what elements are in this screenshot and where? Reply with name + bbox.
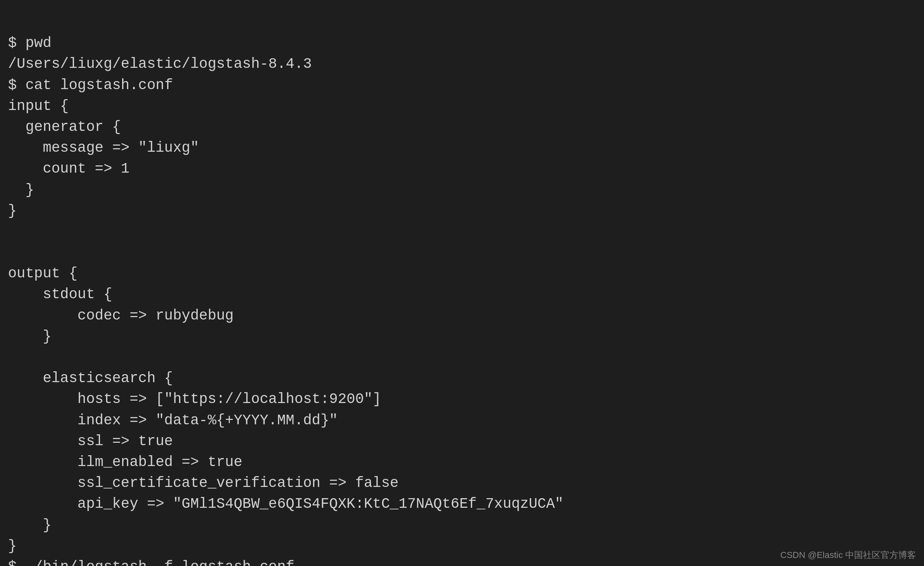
line-api-key: api_key => "GMl1S4QBW_e6QIS4FQXK:KtC_17N… [8,496,564,512]
line-codec: codec => rubydebug [8,307,234,324]
line-9: } [8,203,17,219]
command-pwd: pwd [25,35,51,51]
line-elasticsearch: elasticsearch { [8,370,173,387]
path-output: /Users/liuxg/elastic/logstash-8.4.3 [8,56,312,72]
line-stdout-close: } [8,328,51,345]
line-ssl: ssl => true [8,433,173,450]
terminal-window: $ pwd /Users/liuxg/elastic/logstash-8.4.… [0,0,924,566]
line-8: } [8,182,34,198]
line-5: generator { [8,119,121,135]
line-run-prompt: $ ./bin/logstash -f logstash.conf [8,559,294,566]
line-index: index => "data-%{+YYYY.MM.dd}" [8,412,338,429]
line-7: count => 1 [8,161,129,177]
line-ssl-cert: ssl_certificate_verification => false [8,475,399,491]
code-input: input { [8,98,69,114]
prompt-symbol-3: $ [8,559,25,566]
line-3: $ cat logstash.conf [8,77,173,94]
terminal-content: $ pwd /Users/liuxg/elastic/logstash-8.4.… [8,35,832,566]
watermark-text: CSDN @Elastic 中国社区官方博客 [780,549,916,561]
line-es-close: } [8,517,51,533]
line-2: /Users/liuxg/elastic/logstash-8.4.3 [8,56,312,72]
line-4: input { [8,98,69,114]
command-cat: cat logstash.conf [25,77,173,94]
command-logstash: ./bin/logstash -f logstash.conf [25,559,294,566]
line-stdout: stdout { [8,286,112,303]
line-ilm: ilm_enabled => true [8,454,242,470]
line-6: message => "liuxg" [8,140,199,156]
line-output-close: } [8,538,17,554]
prompt-symbol-2: $ [8,77,25,94]
line-1: $ pwd [8,35,51,51]
line-hosts: hosts => ["https://localhost:9200"] [8,391,381,407]
line-output-kw: output { [8,265,78,282]
prompt-symbol: $ [8,35,25,51]
